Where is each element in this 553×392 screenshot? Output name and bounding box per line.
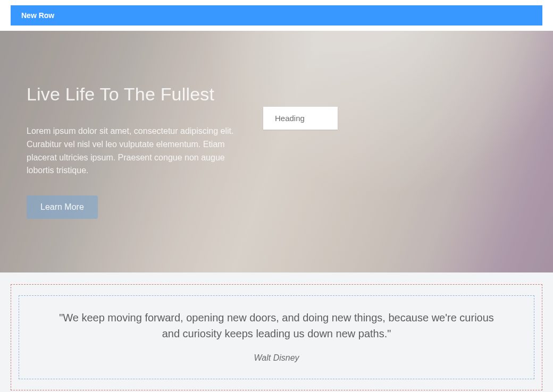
quote-column-selection[interactable]: "We keep moving forward, opening new doo…: [19, 295, 534, 379]
new-row-label: New Row: [21, 11, 54, 20]
hero-title[interactable]: Live Life To The Fullest: [27, 84, 250, 105]
hero-section: Live Life To The Fullest Lorem ipsum dol…: [0, 31, 553, 272]
quote-row-selection[interactable]: "We keep moving forward, opening new doo…: [11, 284, 542, 390]
hero-text[interactable]: Lorem ipsum dolor sit amet, consectetur …: [27, 125, 250, 177]
quote-text[interactable]: "We keep moving forward, opening new doo…: [51, 310, 502, 342]
learn-more-button[interactable]: Learn More: [27, 195, 98, 219]
hero-content: Live Life To The Fullest Lorem ipsum dol…: [0, 31, 276, 219]
heading-block[interactable]: Heading: [263, 107, 338, 130]
heading-block-label: Heading: [275, 114, 305, 123]
new-row-button[interactable]: New Row: [11, 5, 542, 25]
quote-section: "We keep moving forward, opening new doo…: [0, 272, 553, 392]
quote-author[interactable]: Walt Disney: [51, 353, 502, 363]
